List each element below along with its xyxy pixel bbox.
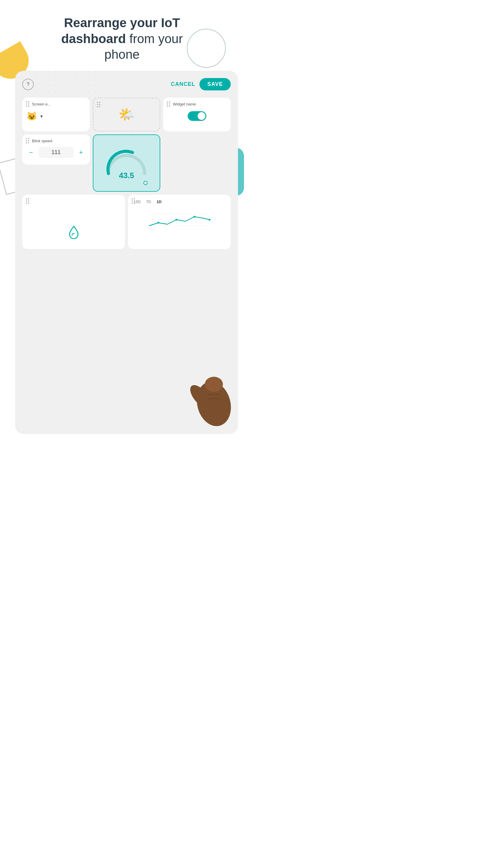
save-button[interactable]: SAVE: [199, 78, 231, 90]
toolbar-right: CANCEL SAVE: [171, 78, 231, 90]
sun-icon: 🌤️: [119, 107, 135, 122]
screen-emoji-widget: Screen e... 😺 ▼: [22, 98, 90, 131]
time-7d-button[interactable]: 7D: [145, 199, 153, 205]
gauge-container: 43.5: [102, 144, 151, 183]
gauge-resize-dot[interactable]: [143, 181, 148, 185]
hand-svg: [175, 350, 241, 434]
blink-speed-widget: Blink speed − 111 +: [22, 134, 90, 164]
blink-speed-label: Blink speed: [32, 138, 86, 143]
stepper-plus-button[interactable]: +: [76, 148, 86, 157]
title-bold-part: Rearrange your IoTdashboard: [61, 16, 180, 46]
drag-handle-4[interactable]: [26, 138, 29, 144]
screen-emoji-label: Screen e...: [32, 102, 86, 106]
header-section: Rearrange your IoTdashboard from yourpho…: [0, 0, 244, 72]
drag-handle-2[interactable]: [97, 102, 100, 107]
emoji-icon: 😺: [27, 111, 37, 121]
toggle-widget-content: [167, 110, 227, 121]
help-icon: ?: [27, 82, 29, 87]
svg-point-5: [158, 222, 159, 224]
empty-cell-bottom-left: [22, 167, 90, 192]
stepper-value: 111: [38, 147, 73, 158]
svg-point-8: [209, 219, 210, 221]
svg-point-6: [175, 219, 177, 221]
gauge-widget: 43.5: [93, 134, 160, 192]
drag-handle-6[interactable]: [132, 198, 135, 204]
drag-handle-5[interactable]: [26, 198, 29, 204]
widget-name-label: Widget name: [173, 102, 227, 106]
sun-widget-content: 🌤️: [98, 102, 156, 127]
sun-widget: 🌤️: [93, 98, 160, 131]
toolbar: ? CANCEL SAVE: [22, 78, 231, 90]
empty-cell-top-right: [163, 134, 231, 164]
chart-widget: 15D 7D 1D: [128, 195, 231, 249]
dashboard-card: ? CANCEL SAVE Screen e... 😺 ▼: [15, 71, 238, 434]
grid-row-1: Screen e... 😺 ▼ 🌤️ Wid: [22, 98, 231, 131]
stepper-minus-button[interactable]: −: [27, 148, 36, 157]
toggle-switch[interactable]: [188, 111, 206, 121]
svg-point-7: [194, 216, 195, 218]
time-1d-button[interactable]: 1D: [155, 199, 163, 205]
page-title: Rearrange your IoTdashboard from yourpho…: [24, 15, 220, 63]
grid-row-2-3: Blink speed − 111 + 43.5: [22, 134, 231, 192]
cancel-button[interactable]: CANCEL: [171, 81, 195, 87]
drag-handle-1[interactable]: [26, 101, 29, 107]
water-widget: [22, 195, 125, 249]
empty-cell-bottom-right: [163, 167, 231, 192]
toggle-knob: [198, 112, 205, 120]
gauge-value: 43.5: [119, 171, 134, 180]
svg-point-11: [205, 377, 223, 392]
svg-point-9: [192, 378, 235, 430]
hand-overlay: [175, 350, 241, 434]
dropdown-arrow-icon[interactable]: ▼: [39, 114, 44, 119]
screen-emoji-content: 😺 ▼: [27, 110, 86, 121]
grid-content: ? CANCEL SAVE Screen e... 😺 ▼: [22, 78, 231, 249]
help-button[interactable]: ?: [22, 79, 34, 90]
mini-chart: [132, 208, 227, 232]
drag-handle-3[interactable]: [167, 101, 170, 107]
water-drop-icon: [68, 226, 79, 242]
widget-name-card: Widget name: [163, 98, 231, 131]
time-filter: 15D 7D 1D: [132, 199, 227, 205]
grid-row-bottom: 15D 7D 1D: [22, 195, 231, 249]
stepper: − 111 +: [27, 147, 86, 158]
svg-point-10: [187, 381, 214, 411]
